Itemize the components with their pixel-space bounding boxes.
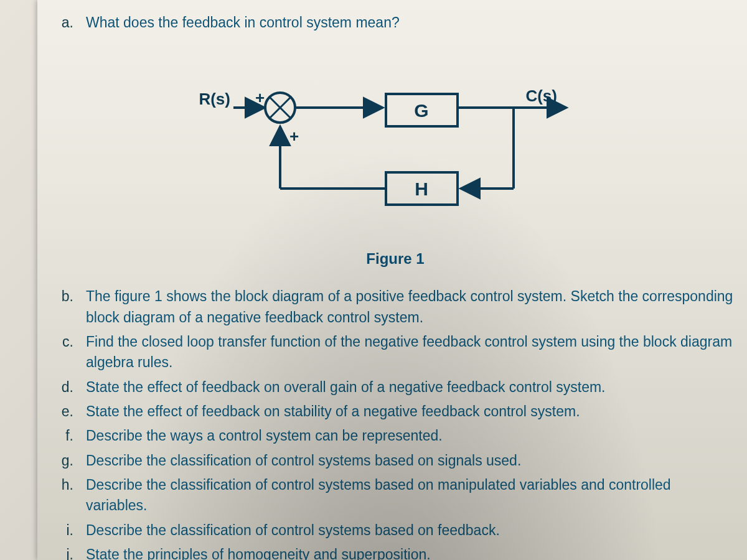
list-item: h. Describe the classification of contro…: [56, 475, 735, 516]
item-text: Describe the classification of control s…: [86, 450, 735, 471]
item-marker: f.: [56, 426, 73, 446]
question-list: b. The figure 1 shows the block diagram …: [56, 286, 735, 560]
item-marker: j.: [56, 544, 73, 560]
question-a-text: What does the feedback in control system…: [86, 12, 735, 33]
list-item: c. Find the closed loop transfer functio…: [56, 332, 735, 373]
list-item: d. State the effect of feedback on overa…: [56, 377, 735, 398]
item-marker: g.: [56, 450, 73, 471]
list-item: i. Describe the classification of contro…: [56, 520, 735, 541]
block-diagram-svg: R(s) + + G C(s) H: [196, 83, 594, 220]
list-item: g. Describe the classification of contro…: [56, 450, 735, 471]
document-page: a. What does the feedback in control sys…: [37, 0, 747, 560]
item-text: The figure 1 shows the block diagram of …: [86, 286, 735, 328]
item-text: Find the closed loop transfer function o…: [86, 332, 735, 373]
feedback-block-label: H: [415, 179, 428, 199]
list-item: e. State the effect of feedback on stabi…: [56, 401, 735, 422]
item-marker: d.: [56, 377, 73, 398]
forward-block-label: G: [414, 100, 428, 121]
list-item: b. The figure 1 shows the block diagram …: [56, 286, 735, 328]
item-text: Describe the classification of control s…: [86, 475, 735, 516]
item-text: State the effect of feedback on stabilit…: [86, 401, 735, 422]
item-marker: b.: [56, 286, 73, 328]
question-a-marker: a.: [56, 12, 73, 33]
item-marker: i.: [56, 520, 73, 541]
sum-plus-bottom: +: [289, 127, 299, 146]
input-label: R(s): [199, 90, 230, 108]
output-label: C(s): [525, 86, 557, 105]
item-text: Describe the classification of control s…: [86, 520, 735, 541]
item-marker: h.: [56, 475, 73, 516]
figure-caption: Figure 1: [56, 250, 735, 268]
list-item: f. Describe the ways a control system ca…: [56, 426, 735, 446]
item-text: State the principles of homogeneity and …: [86, 544, 735, 560]
sum-plus-top: +: [255, 88, 265, 107]
figure-1: R(s) + + G C(s) H: [56, 83, 735, 268]
item-text: State the effect of feedback on overall …: [86, 377, 735, 398]
question-a: a. What does the feedback in control sys…: [56, 12, 735, 33]
list-item: j. State the principles of homogeneity a…: [56, 544, 735, 560]
item-marker: c.: [56, 332, 73, 373]
item-text: Describe the ways a control system can b…: [86, 426, 735, 446]
item-marker: e.: [56, 401, 73, 422]
